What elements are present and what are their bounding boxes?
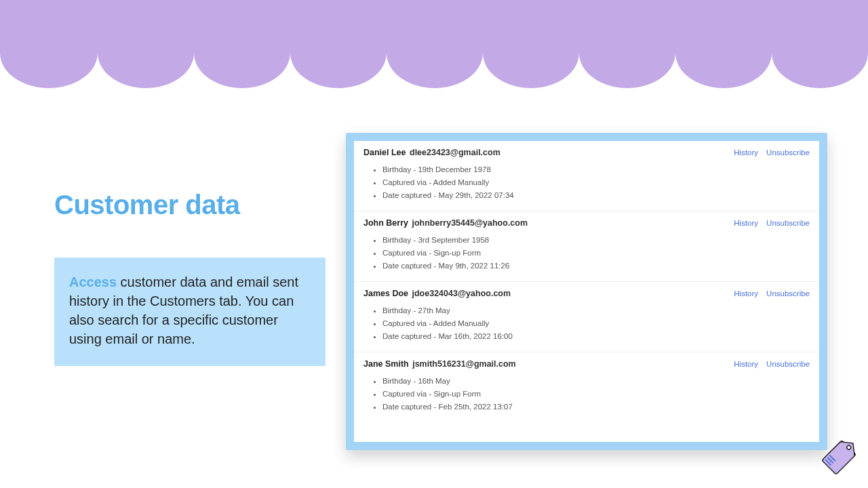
- unsubscribe-link[interactable]: Unsubscribe: [766, 148, 810, 157]
- customer-email: johnberry35445@yahoo.com: [412, 218, 528, 228]
- unsubscribe-link[interactable]: Unsubscribe: [766, 219, 810, 227]
- customer-birthday: Birthday - 19th December 1978: [382, 163, 810, 176]
- customer-title: John Berry johnberry35445@yahoo.com: [363, 218, 528, 228]
- customer-birthday: Birthday - 3rd September 1958: [382, 233, 810, 246]
- customer-email: jdoe324043@yahoo.com: [412, 289, 511, 298]
- customer-email: dlee23423@gmail.com: [410, 148, 500, 157]
- customer-date-captured: Date captured - Mar 16th, 2022 16:00: [382, 329, 810, 342]
- customer-date-captured: Date captured - May 29th, 2022 07:34: [382, 188, 810, 201]
- customer-name: John Berry: [363, 218, 408, 228]
- customer-date-captured: Date captured - May 9th, 2022 11:26: [382, 259, 810, 272]
- customers-panel-inner: Daniel Lee dlee23423@gmail.com History U…: [354, 141, 819, 442]
- unsubscribe-link[interactable]: Unsubscribe: [766, 289, 810, 298]
- history-link[interactable]: History: [734, 148, 758, 157]
- customers-panel: Daniel Lee dlee23423@gmail.com History U…: [346, 133, 827, 450]
- description-box: Access customer data and email sent hist…: [54, 258, 326, 366]
- history-link[interactable]: History: [734, 289, 758, 298]
- header-scallop: [0, 0, 868, 88]
- customer-record: Daniel Lee dlee23423@gmail.com History U…: [354, 141, 819, 211]
- customer-captured-via: Captured via - Sign-up Form: [382, 387, 810, 400]
- customer-name: James Doe: [363, 289, 408, 298]
- description-text: Access customer data and email sent hist…: [69, 272, 311, 348]
- unsubscribe-link[interactable]: Unsubscribe: [766, 360, 810, 368]
- customer-birthday: Birthday - 27th May: [382, 304, 810, 317]
- customer-captured-via: Captured via - Sign-up Form: [382, 246, 810, 259]
- customer-birthday: Birthday - 16th May: [382, 374, 810, 387]
- history-link[interactable]: History: [734, 360, 758, 368]
- customer-record: Jane Smith jsmith516231@gmail.com Histor…: [354, 352, 819, 422]
- page-title: Customer data: [54, 190, 326, 220]
- customer-captured-via: Captured via - Added Manually: [382, 317, 810, 329]
- customer-email: jsmith516231@gmail.com: [412, 359, 516, 369]
- customer-captured-via: Captured via - Added Manually: [382, 176, 810, 188]
- customer-title: Daniel Lee dlee23423@gmail.com: [363, 148, 500, 157]
- customer-date-captured: Date captured - Feb 25th, 2022 13:07: [382, 400, 810, 413]
- customer-name: Daniel Lee: [363, 148, 406, 157]
- customer-record: John Berry johnberry35445@yahoo.com Hist…: [354, 211, 819, 282]
- customer-title: Jane Smith jsmith516231@gmail.com: [363, 359, 516, 369]
- customer-record: James Doe jdoe324043@yahoo.com History U…: [354, 282, 819, 352]
- customer-name: Jane Smith: [363, 359, 409, 369]
- history-link[interactable]: History: [734, 219, 758, 227]
- customer-title: James Doe jdoe324043@yahoo.com: [363, 289, 511, 298]
- description-lead: Access: [69, 274, 117, 289]
- price-tag-icon: [812, 434, 863, 484]
